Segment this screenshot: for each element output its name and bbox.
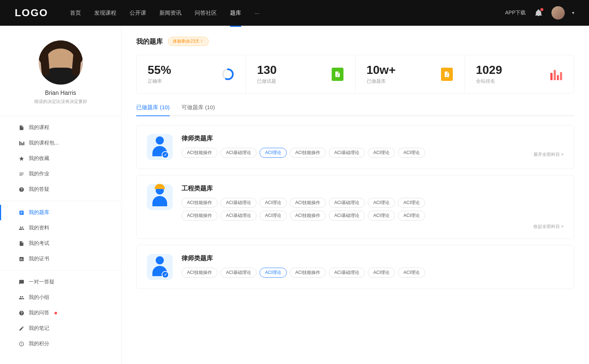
sidebar-item-my-homework[interactable]: 我的作业 xyxy=(0,166,121,182)
tag-lawyer2-3[interactable]: ACI技能操作 xyxy=(290,268,326,278)
cert-icon xyxy=(18,256,24,262)
nav-opencourse[interactable]: 公开课 xyxy=(130,8,146,18)
tag-eng-2[interactable]: ACI理论 xyxy=(260,198,287,208)
tag-eng-3[interactable]: ACI技能操作 xyxy=(290,198,326,208)
qbank-content-lawyer-1: 律师类题库 ACI技能操作 ACI基础理论 ACI理论 ACI技能操作 ACI基… xyxy=(181,134,564,158)
tag-eng-4[interactable]: ACI基础理论 xyxy=(329,198,365,208)
avatar xyxy=(39,40,83,85)
question-icon xyxy=(18,186,24,192)
stat-banks-done: 10w+ 已做题库 xyxy=(356,55,465,93)
page-header: 我的题库 体验剩余23天！ xyxy=(136,37,574,46)
sidebar-label-my-questions: 我的答疑 xyxy=(29,186,49,193)
svg-rect-2 xyxy=(22,143,23,145)
sidebar-item-my-certs[interactable]: 我的证书 xyxy=(0,251,121,267)
sidebar-item-my-group[interactable]: 我的小组 xyxy=(0,290,121,305)
stat-questions-label: 已做试题 xyxy=(257,78,325,85)
tag-lawyer1-3[interactable]: ACI技能操作 xyxy=(290,148,326,158)
one-on-one-icon xyxy=(18,279,24,285)
sidebar-item-my-notes[interactable]: 我的笔记 xyxy=(0,321,121,336)
sidebar-item-my-qbank[interactable]: 我的题库 xyxy=(0,205,121,220)
tag-eng2-6[interactable]: ACI理论 xyxy=(398,211,425,221)
tag-lawyer1-5[interactable]: ACI理论 xyxy=(368,148,395,158)
group-icon xyxy=(18,295,24,300)
qbank-icon-lawyer-1: ✓ xyxy=(147,134,173,160)
stats-row: 55% 正确率 130 已做试题 xyxy=(136,55,574,94)
sidebar-item-one-on-one[interactable]: 一对一答疑 xyxy=(0,274,121,290)
nav-qa[interactable]: 问答社区 xyxy=(195,8,217,18)
tag-lawyer2-6[interactable]: ACI理论 xyxy=(398,268,425,278)
homework-icon xyxy=(18,171,24,177)
qbank-icon-engineer xyxy=(147,184,173,210)
tabs-row: 已做题库 (10) 可做题库 (10) xyxy=(136,104,574,116)
sidebar-item-my-favorites[interactable]: 我的收藏 xyxy=(0,151,121,166)
tab-available-banks[interactable]: 可做题库 (10) xyxy=(181,104,215,115)
tag-lawyer2-0[interactable]: ACI技能操作 xyxy=(181,268,218,278)
nav-home[interactable]: 首页 xyxy=(70,8,81,18)
svg-rect-0 xyxy=(19,141,20,145)
sidebar-item-my-packages[interactable]: 我的课程包... xyxy=(0,135,121,151)
sidebar-item-my-questions[interactable]: 我的答疑 xyxy=(0,182,121,197)
sidebar-label-my-courses: 我的课程 xyxy=(29,124,49,131)
profile-icon xyxy=(18,225,24,231)
tag-lawyer2-4[interactable]: ACI基础理论 xyxy=(329,268,365,278)
tag-lawyer1-1[interactable]: ACI基础理论 xyxy=(221,148,257,158)
tag-lawyer2-1[interactable]: ACI基础理论 xyxy=(221,268,257,278)
stat-banks-label: 已做题库 xyxy=(367,78,434,85)
qbank-tags-lawyer-1: ACI技能操作 ACI基础理论 ACI理论 ACI技能操作 ACI基础理论 AC… xyxy=(181,148,564,158)
sidebar-divider-top xyxy=(0,116,121,116)
nav-qbank[interactable]: 题库 xyxy=(230,8,241,18)
stat-questions-done: 130 已做试题 xyxy=(246,55,355,93)
qbank-tags-engineer-row1: ACI技能操作 ACI基础理论 ACI理论 ACI技能操作 ACI基础理论 AC… xyxy=(181,198,564,208)
tag-lawyer2-5[interactable]: ACI理论 xyxy=(368,268,395,278)
bar-chart-shape xyxy=(550,68,562,80)
main-layout: Brian Harris 错误的决定比没有决定要好 我的课程 我的课程包... xyxy=(0,26,589,364)
logo[interactable]: LOGO xyxy=(15,7,48,19)
sidebar-item-my-points[interactable]: 我的积分 xyxy=(0,336,121,351)
nav-news[interactable]: 新闻资讯 xyxy=(159,8,181,18)
stat-accuracy-text: 55% 正确率 xyxy=(148,64,215,85)
tag-lawyer2-2[interactable]: ACI理论 xyxy=(260,268,287,278)
sidebar-label-my-group: 我的小组 xyxy=(29,294,49,301)
tag-eng-5[interactable]: ACI理论 xyxy=(368,198,395,208)
tag-eng2-3[interactable]: ACI技能操作 xyxy=(290,211,326,221)
notification-dot xyxy=(540,8,543,11)
stat-accuracy-label: 正确率 xyxy=(148,78,215,85)
nav-more[interactable]: ··· xyxy=(254,8,259,18)
tag-eng-0[interactable]: ACI技能操作 xyxy=(181,198,218,208)
doc-green-shape xyxy=(332,68,343,81)
tag-eng-6[interactable]: ACI理论 xyxy=(398,198,425,208)
qbank-title-engineer: 工程类题库 xyxy=(181,184,564,193)
sidebar-label-my-exams: 我的考试 xyxy=(29,240,49,247)
qbank-content-engineer: 工程类题库 ACI技能操作 ACI基础理论 ACI理论 ACI技能操作 ACI基… xyxy=(181,184,564,230)
trial-badge: 体验剩余23天！ xyxy=(168,37,209,46)
sidebar-item-my-profile[interactable]: 我的资料 xyxy=(0,220,121,236)
tag-lawyer1-6[interactable]: ACI理论 xyxy=(398,148,425,158)
tag-lawyer1-2[interactable]: ACI理论 xyxy=(260,148,287,158)
stat-accuracy-value: 55% xyxy=(148,64,215,76)
user-avatar-nav[interactable] xyxy=(551,6,565,19)
user-menu-chevron[interactable]: ▾ xyxy=(572,10,574,15)
bar1 xyxy=(550,73,553,80)
tag-eng2-2[interactable]: ACI理论 xyxy=(260,211,287,221)
sidebar-divider-mid xyxy=(0,201,121,201)
sidebar-item-my-courses[interactable]: 我的课程 xyxy=(0,120,121,135)
sidebar-item-my-exams[interactable]: 我的考试 xyxy=(0,236,121,251)
nav-discover[interactable]: 发现课程 xyxy=(94,8,116,18)
qbank-card-lawyer-2: ✓ 律师类题库 ACI技能操作 ACI基础理论 ACI理论 ACI技能操作 AC… xyxy=(136,245,574,289)
sidebar-label-my-packages: 我的课程包... xyxy=(29,140,59,146)
tag-lawyer1-0[interactable]: ACI技能操作 xyxy=(181,148,218,158)
collapse-link-engineer[interactable]: 收起全部科目 > xyxy=(533,224,564,229)
nav-right: APP下载 ▾ xyxy=(505,6,574,19)
tab-done-banks[interactable]: 已做题库 (10) xyxy=(136,104,170,115)
tag-eng2-0[interactable]: ACI技能操作 xyxy=(181,211,218,221)
tag-eng-1[interactable]: ACI基础理论 xyxy=(221,198,257,208)
tag-eng2-4[interactable]: ACI基础理论 xyxy=(329,211,365,221)
tag-eng2-5[interactable]: ACI理论 xyxy=(368,211,395,221)
stat-ranking: 1029 全站排名 xyxy=(465,55,574,93)
app-download-button[interactable]: APP下载 xyxy=(505,10,526,16)
sidebar-item-my-answers[interactable]: 我的问答 xyxy=(0,305,121,321)
expand-link-lawyer-1[interactable]: 展开全部科目 > xyxy=(533,151,564,158)
notification-bell[interactable] xyxy=(533,7,544,18)
tag-lawyer1-4[interactable]: ACI基础理论 xyxy=(329,148,365,158)
tag-eng2-1[interactable]: ACI基础理论 xyxy=(221,211,257,221)
